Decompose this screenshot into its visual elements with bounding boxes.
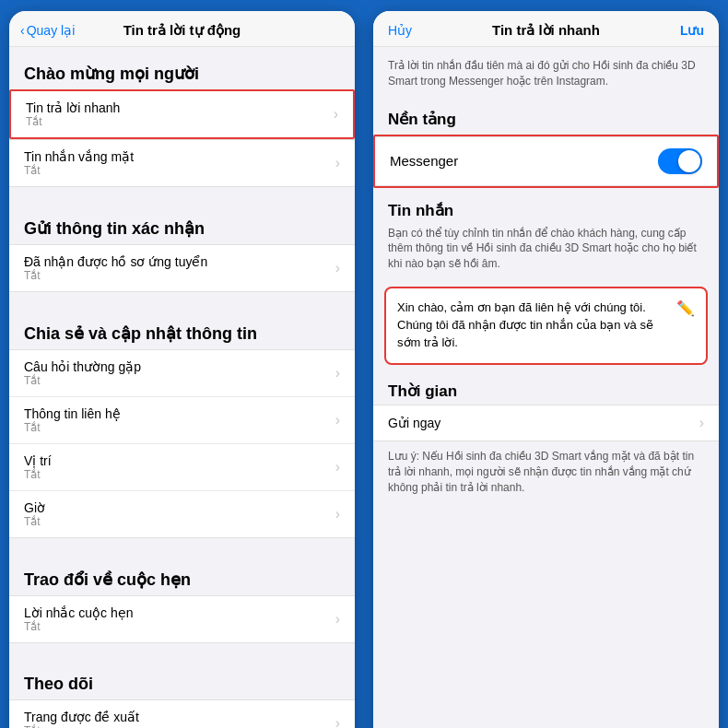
item-sub: Tắt <box>24 164 134 177</box>
phone2-desc: Trả lời tin nhắn đầu tiên mà ai đó gửi c… <box>373 47 719 97</box>
item-sub: Tắt <box>24 468 52 481</box>
item-title: Đã nhận được hồ sơ ứng tuyển <box>24 254 207 269</box>
chevron-right-icon: › <box>335 611 340 628</box>
menu-item-left: Tin nhắn vắng mặt Tắt <box>24 149 134 177</box>
item-sub: Tắt <box>24 515 45 528</box>
menu-item-left: Giờ Tắt <box>24 500 45 528</box>
chevron-right-icon: › <box>335 506 340 523</box>
item-title: Vị trí <box>24 453 52 468</box>
phone1-content: Chào mừng mọi người Tin trả lời nhanh Tắ… <box>9 47 355 728</box>
item-sub: Tắt <box>24 269 207 282</box>
item-title: Câu hỏi thường gặp <box>24 359 141 374</box>
phone1-title: Tin trả lời tự động <box>123 22 241 39</box>
menu-item-left: Thông tin liên hệ Tắt <box>24 406 121 434</box>
message-box[interactable]: Xin chào, cảm ơn bạn đã liên hệ với chún… <box>384 287 708 365</box>
menu-item-left: Vị trí Tắt <box>24 453 52 481</box>
phone2-title: Tin trả lời nhanh <box>492 22 600 39</box>
phone-2: Hủy Tin trả lời nhanh Lưu Trả lời tin nh… <box>373 11 719 728</box>
menu-item-left: Tin trả lời nhanh Tắt <box>26 100 120 128</box>
item-sub: Tắt <box>24 724 139 728</box>
time-value: Gửi ngay <box>388 416 440 430</box>
chevron-left-icon: ‹ <box>20 23 25 38</box>
chevron-right-icon: › <box>335 365 340 382</box>
menu-item-trang-de-xuat[interactable]: Trang được đề xuất Tắt › <box>9 700 355 728</box>
item-title: Tin trả lời nhanh <box>26 100 120 115</box>
section-header-chao-mung: Chào mừng mọi người <box>9 47 355 89</box>
menu-item-gio[interactable]: Giờ Tắt › <box>9 491 355 537</box>
menu-group-tin-nhan-vang-mat: Tin nhắn vắng mặt Tắt › <box>9 139 355 187</box>
messenger-row-highlighted: Messenger <box>373 135 719 188</box>
phone2-header: Hủy Tin trả lời nhanh Lưu <box>373 11 719 47</box>
chevron-right-icon: › <box>699 415 704 431</box>
chevron-right-icon: › <box>335 459 340 476</box>
section-header-trao-doi: Trao đổi về cuộc hẹn <box>9 553 355 595</box>
item-title: Tin nhắn vắng mặt <box>24 149 134 164</box>
back-button[interactable]: ‹ Quay lại <box>20 23 75 38</box>
item-sub: Tắt <box>24 421 121 434</box>
phone1-header: ‹ Quay lại Tin trả lời tự động <box>9 11 355 47</box>
menu-item-left: Lời nhắc cuộc hẹn Tắt <box>24 605 134 633</box>
menu-item-cau-hoi[interactable]: Câu hỏi thường gặp Tắt › <box>9 350 355 397</box>
back-label[interactable]: Quay lại <box>27 23 76 38</box>
chevron-right-icon: › <box>334 106 338 123</box>
item-title: Giờ <box>24 500 45 515</box>
menu-item-tin-nhan-vang-mat[interactable]: Tin nhắn vắng mặt Tắt › <box>9 140 355 186</box>
menu-item-loi-nhac[interactable]: Lời nhắc cuộc hẹn Tắt › <box>9 596 355 642</box>
menu-item-tin-tra-loi-nhanh[interactable]: Tin trả lời nhanh Tắt › <box>11 91 353 137</box>
menu-item-vi-tri[interactable]: Vị trí Tắt › <box>9 444 355 491</box>
message-desc: Bạn có thể tùy chỉnh tin nhắn để chào kh… <box>373 226 719 279</box>
item-title: Lời nhắc cuộc hẹn <box>24 605 134 620</box>
chevron-right-icon: › <box>335 260 340 276</box>
time-section-header: Thời gian <box>388 382 704 401</box>
chevron-right-icon: › <box>335 155 340 171</box>
messenger-label: Messenger <box>390 153 458 169</box>
menu-item-thong-tin-lien-he[interactable]: Thông tin liên hệ Tắt › <box>9 397 355 444</box>
menu-item-left: Câu hỏi thường gặp Tắt <box>24 359 141 387</box>
time-row[interactable]: Gửi ngay › <box>373 405 719 440</box>
item-sub: Tắt <box>24 374 141 387</box>
menu-item-ho-so[interactable]: Đã nhận được hồ sơ ứng tuyển Tắt › <box>9 245 355 291</box>
chevron-right-icon: › <box>335 412 340 429</box>
note-text: Lưu ý: Nếu Hồi sinh đa chiều 3D Smart vắ… <box>373 441 719 511</box>
chevron-right-icon: › <box>335 715 340 728</box>
tin-tra-loi-nhanh-highlighted-group: Tin trả lời nhanh Tắt › <box>9 89 355 139</box>
item-title: Thông tin liên hệ <box>24 406 121 421</box>
item-sub: Tắt <box>24 620 134 633</box>
item-title: Trang được đề xuất <box>24 710 139 724</box>
phone-1: ‹ Quay lại Tin trả lời tự động Chào mừng… <box>9 11 355 728</box>
save-button[interactable]: Lưu <box>680 23 704 38</box>
message-section-header: Tin nhắn <box>373 188 719 226</box>
message-text: Xin chào, cảm ơn bạn đã liên hệ với chún… <box>397 299 669 352</box>
cancel-button[interactable]: Hủy <box>388 23 412 38</box>
platform-section-header: Nền tảng <box>373 97 719 135</box>
messenger-toggle[interactable] <box>658 148 702 174</box>
menu-group-chia-se: Câu hỏi thường gặp Tắt › Thông tin liên … <box>9 349 355 538</box>
phone2-content: Trả lời tin nhắn đầu tiên mà ai đó gửi c… <box>373 47 719 728</box>
section-header-gui-thong-tin: Gửi thông tin xác nhận <box>9 202 355 244</box>
section-header-chia-se: Chia sẻ và cập nhật thông tin <box>9 307 355 349</box>
menu-item-left: Trang được đề xuất Tắt <box>24 710 139 728</box>
item-sub: Tắt <box>26 115 120 128</box>
menu-group-trao-doi: Lời nhắc cuộc hẹn Tắt › <box>9 595 355 643</box>
menu-group-gui-thong-tin: Đã nhận được hồ sơ ứng tuyển Tắt › <box>9 244 355 292</box>
section-header-theo-doi: Theo dõi <box>9 658 355 699</box>
menu-group-theo-doi: Trang được đề xuất Tắt › Trang không đượ… <box>9 699 355 728</box>
time-row-group: Gửi ngay › <box>373 405 719 441</box>
edit-icon[interactable]: ✏️ <box>676 299 695 317</box>
messenger-row[interactable]: Messenger <box>375 136 717 186</box>
menu-item-left: Đã nhận được hồ sơ ứng tuyển Tắt <box>24 254 207 282</box>
